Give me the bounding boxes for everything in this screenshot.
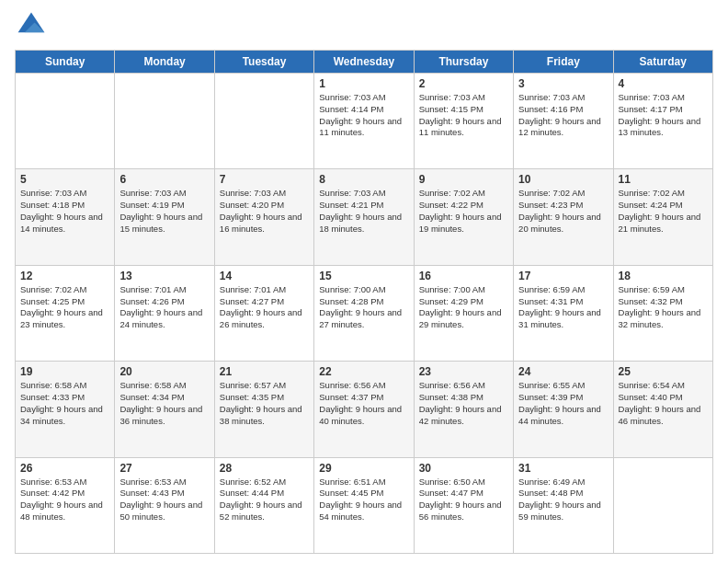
day-number: 23 [419, 365, 508, 378]
day-number: 11 [619, 173, 708, 186]
day-number: 8 [319, 173, 408, 186]
day-info: Sunrise: 6:52 AMSunset: 4:44 PMDaylight:… [220, 477, 309, 523]
weekday-header: Sunday [16, 51, 115, 74]
logo [15, 9, 51, 42]
day-number: 16 [419, 270, 508, 282]
day-number: 21 [220, 365, 309, 378]
day-number: 13 [119, 270, 209, 282]
day-info: Sunrise: 6:57 AMSunset: 4:35 PMDaylight:… [220, 380, 309, 427]
calendar-cell: 6Sunrise: 7:03 AMSunset: 4:19 PMDaylight… [115, 169, 214, 265]
logo-icon [15, 9, 48, 42]
page: SundayMondayTuesdayWednesdayThursdayFrid… [0, 0, 728, 563]
day-number: 12 [20, 270, 109, 282]
calendar-week-row: 12Sunrise: 7:02 AMSunset: 4:25 PMDayligh… [16, 265, 713, 361]
calendar-cell: 18Sunrise: 6:59 AMSunset: 4:32 PMDayligh… [613, 265, 712, 361]
calendar: SundayMondayTuesdayWednesdayThursdayFrid… [15, 50, 713, 554]
calendar-cell: 17Sunrise: 6:59 AMSunset: 4:31 PMDayligh… [514, 265, 613, 361]
day-number: 9 [419, 173, 508, 186]
day-number: 4 [619, 77, 708, 90]
day-info: Sunrise: 7:01 AMSunset: 4:26 PMDaylight:… [119, 284, 209, 331]
day-info: Sunrise: 7:03 AMSunset: 4:21 PMDaylight:… [319, 188, 408, 235]
day-info: Sunrise: 7:03 AMSunset: 4:19 PMDaylight:… [119, 188, 209, 235]
day-number: 29 [319, 462, 408, 475]
weekday-header: Thursday [414, 51, 513, 74]
calendar-cell: 29Sunrise: 6:51 AMSunset: 4:45 PMDayligh… [314, 457, 414, 553]
weekday-header-row: SundayMondayTuesdayWednesdayThursdayFrid… [16, 51, 713, 74]
calendar-cell: 2Sunrise: 7:03 AMSunset: 4:15 PMDaylight… [414, 74, 513, 169]
day-info: Sunrise: 7:02 AMSunset: 4:22 PMDaylight:… [419, 188, 508, 235]
day-info: Sunrise: 6:56 AMSunset: 4:37 PMDaylight:… [319, 380, 408, 427]
calendar-cell: 30Sunrise: 6:50 AMSunset: 4:47 PMDayligh… [414, 457, 513, 553]
calendar-week-row: 26Sunrise: 6:53 AMSunset: 4:42 PMDayligh… [16, 457, 713, 553]
day-info: Sunrise: 6:50 AMSunset: 4:47 PMDaylight:… [419, 477, 508, 523]
calendar-week-row: 5Sunrise: 7:03 AMSunset: 4:18 PMDaylight… [16, 169, 713, 265]
calendar-cell: 16Sunrise: 7:00 AMSunset: 4:29 PMDayligh… [414, 265, 513, 361]
day-info: Sunrise: 6:59 AMSunset: 4:32 PMDaylight:… [619, 284, 708, 331]
header [15, 9, 713, 42]
day-number: 15 [319, 270, 408, 282]
day-info: Sunrise: 6:53 AMSunset: 4:43 PMDaylight:… [119, 477, 209, 523]
day-info: Sunrise: 7:03 AMSunset: 4:17 PMDaylight:… [619, 92, 708, 139]
calendar-cell: 26Sunrise: 6:53 AMSunset: 4:42 PMDayligh… [16, 457, 115, 553]
day-info: Sunrise: 7:00 AMSunset: 4:29 PMDaylight:… [419, 284, 508, 331]
calendar-cell: 23Sunrise: 6:56 AMSunset: 4:38 PMDayligh… [414, 362, 513, 457]
day-number: 31 [518, 462, 608, 475]
calendar-cell [214, 74, 313, 169]
day-info: Sunrise: 7:03 AMSunset: 4:15 PMDaylight:… [419, 92, 508, 139]
day-info: Sunrise: 7:02 AMSunset: 4:23 PMDaylight:… [518, 188, 608, 235]
day-number: 1 [319, 77, 408, 90]
calendar-cell: 22Sunrise: 6:56 AMSunset: 4:37 PMDayligh… [314, 362, 414, 457]
day-number: 10 [518, 173, 608, 186]
day-number: 2 [419, 77, 508, 90]
weekday-header: Wednesday [314, 51, 414, 74]
calendar-week-row: 1Sunrise: 7:03 AMSunset: 4:14 PMDaylight… [16, 74, 713, 169]
day-info: Sunrise: 6:58 AMSunset: 4:33 PMDaylight:… [20, 380, 109, 427]
calendar-cell: 9Sunrise: 7:02 AMSunset: 4:22 PMDaylight… [414, 169, 513, 265]
day-number: 28 [220, 462, 309, 475]
calendar-cell: 19Sunrise: 6:58 AMSunset: 4:33 PMDayligh… [16, 362, 115, 457]
weekday-header: Monday [115, 51, 214, 74]
calendar-cell: 12Sunrise: 7:02 AMSunset: 4:25 PMDayligh… [16, 265, 115, 361]
weekday-header: Tuesday [214, 51, 313, 74]
calendar-week-row: 19Sunrise: 6:58 AMSunset: 4:33 PMDayligh… [16, 362, 713, 457]
day-number: 30 [419, 462, 508, 475]
calendar-cell: 25Sunrise: 6:54 AMSunset: 4:40 PMDayligh… [613, 362, 712, 457]
day-number: 26 [20, 462, 109, 475]
weekday-header: Saturday [613, 51, 712, 74]
day-number: 19 [20, 365, 109, 378]
calendar-cell: 3Sunrise: 7:03 AMSunset: 4:16 PMDaylight… [514, 74, 613, 169]
calendar-cell: 13Sunrise: 7:01 AMSunset: 4:26 PMDayligh… [115, 265, 214, 361]
day-number: 27 [119, 462, 209, 475]
day-number: 7 [220, 173, 309, 186]
calendar-cell [16, 74, 115, 169]
calendar-cell: 27Sunrise: 6:53 AMSunset: 4:43 PMDayligh… [115, 457, 214, 553]
weekday-header: Friday [514, 51, 613, 74]
calendar-cell: 15Sunrise: 7:00 AMSunset: 4:28 PMDayligh… [314, 265, 414, 361]
day-number: 3 [518, 77, 608, 90]
day-info: Sunrise: 7:03 AMSunset: 4:20 PMDaylight:… [220, 188, 309, 235]
calendar-cell: 8Sunrise: 7:03 AMSunset: 4:21 PMDaylight… [314, 169, 414, 265]
calendar-cell: 21Sunrise: 6:57 AMSunset: 4:35 PMDayligh… [214, 362, 313, 457]
calendar-cell: 14Sunrise: 7:01 AMSunset: 4:27 PMDayligh… [214, 265, 313, 361]
day-info: Sunrise: 6:59 AMSunset: 4:31 PMDaylight:… [518, 284, 608, 331]
day-info: Sunrise: 6:51 AMSunset: 4:45 PMDaylight:… [319, 477, 408, 523]
day-info: Sunrise: 6:49 AMSunset: 4:48 PMDaylight:… [518, 477, 608, 523]
calendar-cell: 5Sunrise: 7:03 AMSunset: 4:18 PMDaylight… [16, 169, 115, 265]
day-number: 20 [119, 365, 209, 378]
calendar-cell: 4Sunrise: 7:03 AMSunset: 4:17 PMDaylight… [613, 74, 712, 169]
day-info: Sunrise: 6:53 AMSunset: 4:42 PMDaylight:… [20, 477, 109, 523]
day-info: Sunrise: 6:58 AMSunset: 4:34 PMDaylight:… [119, 380, 209, 427]
calendar-cell: 7Sunrise: 7:03 AMSunset: 4:20 PMDaylight… [214, 169, 313, 265]
day-number: 6 [119, 173, 209, 186]
day-number: 18 [619, 270, 708, 282]
calendar-cell: 20Sunrise: 6:58 AMSunset: 4:34 PMDayligh… [115, 362, 214, 457]
day-info: Sunrise: 7:03 AMSunset: 4:18 PMDaylight:… [20, 188, 109, 235]
day-info: Sunrise: 7:03 AMSunset: 4:14 PMDaylight:… [319, 92, 408, 139]
day-number: 5 [20, 173, 109, 186]
day-number: 22 [319, 365, 408, 378]
calendar-cell: 1Sunrise: 7:03 AMSunset: 4:14 PMDaylight… [314, 74, 414, 169]
calendar-cell [115, 74, 214, 169]
day-number: 24 [518, 365, 608, 378]
calendar-cell: 10Sunrise: 7:02 AMSunset: 4:23 PMDayligh… [514, 169, 613, 265]
day-number: 14 [220, 270, 309, 282]
